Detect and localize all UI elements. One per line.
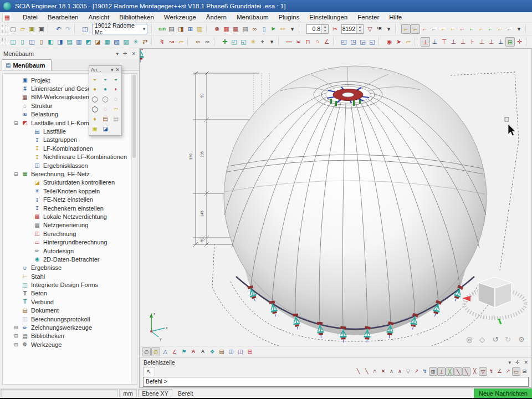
view-cube[interactable]: [462, 277, 525, 324]
surface-patch-icon[interactable]: ◳: [349, 37, 358, 47]
tree-item-beton[interactable]: T Beton: [11, 289, 131, 298]
view-dropdown-icon[interactable]: ▾: [514, 24, 524, 34]
clipboard-view-icon[interactable]: ▣: [90, 125, 99, 134]
snap-endpoint-icon[interactable]: ∧: [396, 367, 404, 376]
surface-join-icon[interactable]: ◲: [358, 37, 367, 47]
surface-region-icon[interactable]: ◰: [339, 37, 349, 47]
paperspace-gallery-icon[interactable]: ⊞: [186, 24, 195, 34]
support-point-icon[interactable]: ⊥: [421, 37, 430, 47]
hinged-support-icon[interactable]: ⊥: [449, 37, 458, 47]
close-service-icon[interactable]: ⊗: [212, 24, 222, 34]
tree-item-strukturdaten-kontrollieren[interactable]: ◪ Strukturdaten kontrollieren: [11, 178, 131, 187]
intersection-icon[interactable]: ✳: [131, 37, 140, 47]
run-application-icon[interactable]: ▶: [269, 24, 278, 34]
selection-dropdown-icon[interactable]: ▾: [384, 24, 393, 34]
tree-item-zeichnungswerkzeuge[interactable]: ⊞ ✏ Zeichnungswerkzeuge: [11, 323, 131, 331]
project-manager-icon[interactable]: ◫: [80, 24, 90, 34]
draw-line-icon[interactable]: —: [284, 37, 294, 47]
column-icon[interactable]: ▯: [18, 37, 27, 47]
light-bulb-icon[interactable]: ♦: [90, 115, 99, 124]
sliding-support-icon[interactable]: ⊥: [458, 37, 468, 47]
print-icon[interactable]: ▤: [167, 24, 176, 34]
support-rotate-icon[interactable]: ✛: [515, 37, 524, 47]
wall-icon[interactable]: ▥: [74, 37, 84, 47]
menu-item[interactable]: Hilfe: [384, 14, 407, 21]
cmd-dropdown-icon[interactable]: ▾: [508, 360, 511, 365]
cross-section-icon[interactable]: ▱: [176, 37, 186, 47]
tree-item-bibliotheken[interactable]: ⊞ ▤ Bibliotheken: [11, 332, 131, 340]
lamp-wire-icon[interactable]: ●: [101, 85, 110, 94]
screen-regen-icon[interactable]: ◫: [227, 347, 236, 356]
show-axes-icon[interactable]: ⌐: [486, 24, 495, 34]
support-delete-icon[interactable]: ⊥: [487, 37, 496, 47]
snap-center-icon[interactable]: ▽: [479, 367, 487, 376]
view-3d-icon[interactable]: ◪: [101, 125, 110, 134]
snap-surface-icon[interactable]: ▽: [404, 367, 412, 376]
dot-grid-icon[interactable]: ▭: [512, 367, 520, 376]
snap-arc-center-icon[interactable]: ↯: [487, 367, 495, 376]
tab-menubaum[interactable]: ▤ Menübaum: [2, 59, 52, 70]
open-project-icon[interactable]: ▱: [18, 24, 27, 34]
menu-item[interactable]: Bibliotheken: [114, 14, 159, 21]
command-input[interactable]: Befehl >: [143, 377, 529, 387]
document-icon[interactable]: ▯: [259, 24, 269, 34]
menu-item[interactable]: Einstellungen: [304, 14, 352, 21]
tree-expander-icon[interactable]: ⊞: [14, 342, 21, 347]
menu-item[interactable]: Werkzeuge: [159, 14, 201, 21]
toolbar-grip[interactable]: [2, 25, 6, 33]
view-params-all-icon[interactable]: ⌐: [401, 24, 411, 34]
zoom-out-icon[interactable]: ◯: [101, 95, 110, 104]
picture-gallery-icon[interactable]: ◨: [176, 24, 186, 34]
support-grid-icon[interactable]: ⊞: [505, 37, 515, 47]
panel-dropdown-icon[interactable]: ▾: [116, 51, 119, 57]
draw-angle-icon[interactable]: ∠: [322, 37, 331, 47]
status-units[interactable]: mm: [119, 389, 137, 397]
tree-item-lastgruppen[interactable]: ↧ Lastgruppen: [11, 136, 131, 144]
haunch-icon[interactable]: ◧: [46, 37, 55, 47]
tree-item-berechnung[interactable]: ◫ Berechnung: [11, 229, 131, 238]
show-rendering-icon[interactable]: ⌐: [505, 24, 514, 34]
menu-item[interactable]: Menübaum: [232, 14, 274, 21]
snap-grid-icon[interactable]: ⊞: [429, 367, 437, 376]
print-picture-icon[interactable]: ▤: [101, 115, 110, 124]
numbering-icon[interactable]: ¹R: [375, 24, 384, 34]
member-1d-icon[interactable]: ◫: [8, 37, 18, 47]
snap-delete-icon[interactable]: ✕: [379, 367, 387, 376]
tree-item-rechenkern-einstellen[interactable]: ↧ Rechenkern einstellen: [11, 204, 131, 212]
cursor-mode-tab[interactable]: ↖: [143, 367, 155, 376]
show-names-icon[interactable]: ⌐: [477, 24, 486, 34]
calculation-icon[interactable]: ▦: [222, 24, 231, 34]
tree-item-integrierte-design-forms[interactable]: ◫ Integrierte Design Forms: [11, 280, 131, 289]
menu-item[interactable]: Ansicht: [83, 14, 114, 21]
mesh-display-icon[interactable]: ❖: [208, 347, 217, 356]
render-solid-icon[interactable]: ∅: [151, 347, 160, 356]
tree-item-stahl[interactable]: ⊢ Stahl: [11, 272, 131, 280]
tree-item-teile-knoten-koppeln[interactable]: ✳ Teile/Knoten koppeln: [11, 187, 131, 195]
menu-item[interactable]: Plugins: [273, 14, 304, 21]
line-grid-icon[interactable]: ⊟: [520, 367, 529, 376]
show-selection-icon[interactable]: ◒: [101, 75, 110, 84]
axes-display-icon[interactable]: △: [161, 347, 170, 356]
view-palette[interactable]: An... ▾✕ ◒◒◒●●◗◯◯◌◯◌▱♦▤▤▣◪: [89, 65, 122, 136]
tree-item-hintergrundberechnung[interactable]: ▭ Hintergrundberechnung: [11, 238, 131, 246]
support-line-icon[interactable]: ⊥: [430, 37, 439, 47]
zoom-all-icon[interactable]: ◯: [90, 105, 99, 114]
zoom-window-icon[interactable]: ◌: [111, 95, 120, 104]
surface-cut-icon[interactable]: ◱: [367, 37, 377, 47]
tree-item-dokument[interactable]: ▤ Dokument: [11, 306, 131, 315]
snap-ortho-icon[interactable]: ⊥: [437, 367, 446, 376]
move-node-icon[interactable]: ✚: [220, 37, 229, 47]
show-surfaces-icon[interactable]: ⌐: [495, 24, 505, 34]
modify-dropdown-icon[interactable]: ▾: [267, 37, 277, 47]
radome-sphere[interactable]: [224, 66, 487, 335]
view-nav-icons[interactable]: ◎ ◇ ↺ ↻ ⚙: [466, 335, 525, 344]
palette-dropdown-icon[interactable]: ▾: [111, 67, 114, 73]
edit-template-icon[interactable]: ✏: [278, 24, 288, 34]
tree-item-lokale-netzverdichtung[interactable]: ▦ Lokale Netzverdichtung: [11, 212, 131, 221]
tree-item-fe-netz-einstellen[interactable]: ↧ FE-Netz einstellen: [11, 195, 131, 203]
menu-item[interactable]: Fenster: [352, 14, 384, 21]
save-icon[interactable]: ▣: [27, 24, 37, 34]
tree-item-netzgenerierung[interactable]: ▦ Netzgenerierung: [11, 221, 131, 229]
integration-strip-icon[interactable]: ▧: [112, 37, 121, 47]
subsoil-icon[interactable]: ⊥: [477, 37, 487, 47]
